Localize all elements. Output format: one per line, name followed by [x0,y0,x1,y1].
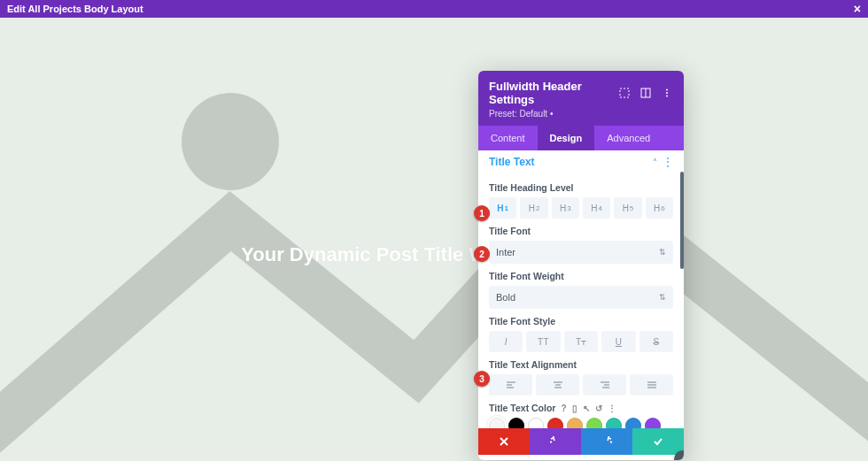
annotation-3: 3 [474,371,490,387]
svg-point-5 [666,92,668,94]
style-strikethrough[interactable]: S [639,331,673,352]
style-smallcaps[interactable]: Tᴛ [564,331,598,352]
heading-h3[interactable]: H3 [552,197,579,219]
help-icon[interactable]: ? [561,403,566,413]
heading-h4[interactable]: H4 [583,197,610,219]
chevron-updown-icon: ⇅ [659,248,666,257]
style-italic[interactable]: I [489,331,523,352]
top-bar-title: Edit All Projects Body Layout [7,4,143,14]
redo-button[interactable] [581,428,632,455]
style-underline[interactable]: U [601,331,635,352]
hover-icon[interactable]: ↖ [583,403,590,413]
modal-title: Fullwidth Header Settings [489,80,609,106]
align-center[interactable] [536,374,579,396]
style-uppercase[interactable]: TT [526,331,560,352]
expand-icon[interactable] [618,87,631,99]
align-left[interactable] [489,374,532,396]
preset-label[interactable]: Preset: Default [489,109,673,119]
reset-icon[interactable]: ↺ [595,403,602,413]
annotation-1: 1 [474,205,490,221]
modal-header: Fullwidth Header Settings Preset: Defaul… [478,71,684,126]
label-title-font: Title Font [489,226,673,236]
svg-point-6 [666,96,668,97]
canvas: Your Dynamic Post Title Will Display Her… [0,18,868,461]
title-font-select[interactable]: Inter ⇅ [489,241,673,264]
tab-content[interactable]: Content [478,126,538,150]
align-right[interactable] [583,374,626,396]
heading-level-group: H1 H2 H3 H4 H5 H6 [489,197,673,219]
settings-modal: Fullwidth Header Settings Preset: Defaul… [478,71,684,460]
mobile-icon[interactable]: ▯ [572,403,577,413]
section-header[interactable]: Title Text ˄ ⋮ [478,150,684,172]
section-more-icon[interactable]: ⋮ [663,156,673,168]
heading-h5[interactable]: H5 [614,197,641,219]
swatch-orange[interactable] [567,418,583,428]
align-justify[interactable] [630,374,673,396]
heading-h6[interactable]: H6 [646,197,673,219]
top-bar: Edit All Projects Body Layout × [0,0,868,18]
panel-body: Title Heading Level H1 H2 H3 H4 H5 H6 Ti… [478,172,684,428]
swatch-white[interactable] [528,418,544,428]
annotation-2: 2 [474,246,490,262]
title-font-weight-value: Bold [496,292,515,303]
panel: Title Text ˄ ⋮ Title Heading Level H1 H2… [478,150,684,460]
swatch-black[interactable] [508,418,524,428]
modal-action-bar [478,428,684,455]
cancel-button[interactable] [478,428,530,455]
scrollbar[interactable] [680,172,684,269]
swatch-blue[interactable] [625,418,641,428]
section-title: Title Text [489,156,653,168]
text-align-group [489,374,673,396]
chevron-updown-icon: ⇅ [659,293,666,302]
swatch-teal[interactable] [606,418,622,428]
svg-rect-1 [620,88,629,97]
swatch-red[interactable] [547,418,563,428]
close-icon[interactable]: × [854,3,861,15]
undo-button[interactable] [530,428,581,455]
label-text-align: Title Text Alignment [489,359,673,370]
color-swatches [489,418,673,428]
swatch-current[interactable] [489,418,505,428]
label-title-font-weight: Title Font Weight [489,271,673,281]
columns-icon[interactable] [639,87,652,99]
swatch-purple[interactable] [645,418,661,428]
label-title-font-style: Title Font Style [489,316,673,327]
svg-point-0 [182,93,279,190]
more-vert-icon[interactable]: ⋮ [608,403,616,413]
heading-h1[interactable]: H1 [489,197,516,219]
tab-bar: Content Design Advanced [478,126,684,150]
tab-design[interactable]: Design [538,126,595,150]
label-heading-level: Title Heading Level [489,182,673,193]
placeholder-image [0,18,868,461]
title-font-weight-select[interactable]: Bold ⇅ [489,286,673,309]
tab-advanced[interactable]: Advanced [594,126,663,150]
save-button[interactable] [632,428,684,455]
svg-point-4 [666,89,668,91]
chevron-up-icon[interactable]: ˄ [653,158,657,167]
more-icon[interactable] [661,87,673,99]
title-font-value: Inter [496,247,515,257]
swatch-green[interactable] [586,418,602,428]
heading-h2[interactable]: H2 [520,197,547,219]
font-style-group: I TT Tᴛ U S [489,331,673,352]
label-text-color: Title Text Color ? ▯ ↖ ↺ ⋮ [489,403,673,413]
